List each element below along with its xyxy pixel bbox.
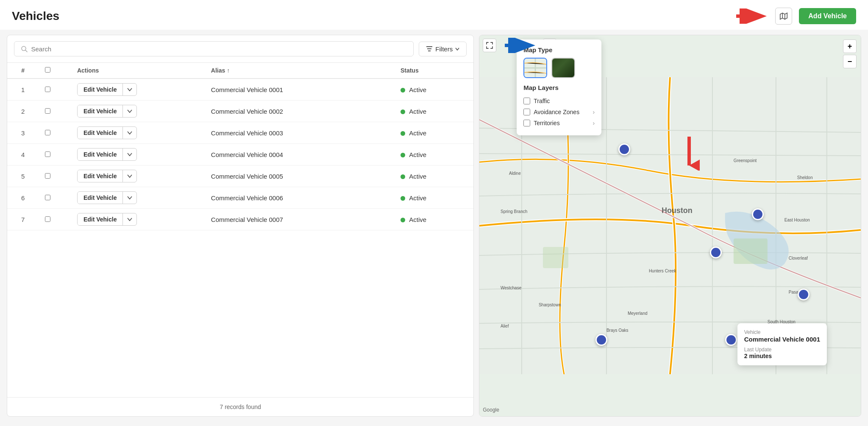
edit-vehicle-label[interactable]: Edit Vehicle [78, 127, 123, 139]
map-marker-5[interactable] [725, 334, 737, 346]
layer-avoidance-checkbox[interactable] [523, 109, 530, 115]
edit-vehicle-label[interactable]: Edit Vehicle [78, 84, 123, 95]
table-row: 2 Edit Vehicle Commercial Vehicle 0002 A… [7, 101, 473, 122]
vehicles-table: # Actions Alias ↑ Status 1 [7, 63, 473, 230]
status-label: Active [409, 216, 426, 223]
map-marker-2[interactable] [752, 208, 764, 220]
row-status: Active [395, 144, 473, 165]
vehicle-popup-name: Commercial Vehicle 0001 [744, 335, 820, 344]
avoidance-arrow: › [593, 109, 595, 115]
filters-button[interactable]: Filters [419, 42, 467, 56]
row-checkbox-2[interactable] [45, 130, 50, 135]
map-marker-4[interactable] [595, 334, 607, 346]
col-header-status: Status [395, 63, 473, 78]
blue-arrow-gear [503, 38, 537, 55]
edit-vehicle-label[interactable]: Edit Vehicle [78, 105, 123, 117]
edit-vehicle-button[interactable]: Edit Vehicle [77, 148, 137, 161]
table-row: 1 Edit Vehicle Commercial Vehicle 0001 A… [7, 78, 473, 101]
vehicle-popup: Vehicle Commercial Vehicle 0001 Last Upd… [737, 323, 827, 366]
status-dot [401, 131, 405, 136]
zoom-in-button[interactable]: + [843, 39, 857, 53]
chevron-down-icon [455, 48, 459, 50]
search-input[interactable] [31, 45, 408, 53]
layer-territories-checkbox[interactable] [523, 120, 530, 126]
row-checkbox-0[interactable] [45, 87, 50, 92]
vehicle-last-update-time: 2 minutes [744, 353, 820, 359]
table-row: 6 Edit Vehicle Commercial Vehicle 0006 A… [7, 187, 473, 209]
map-marker-3[interactable] [798, 289, 810, 300]
edit-vehicle-dropdown[interactable] [123, 129, 136, 137]
edit-vehicle-label[interactable]: Edit Vehicle [78, 213, 123, 225]
edit-vehicle-label[interactable]: Edit Vehicle [78, 192, 123, 204]
row-alias: Commercial Vehicle 0001 [205, 78, 395, 101]
road-map-preview [524, 59, 546, 77]
row-status: Active [395, 187, 473, 209]
map-fullscreen-button[interactable] [483, 39, 496, 52]
edit-vehicle-label[interactable]: Edit Vehicle [78, 170, 123, 182]
svg-text:Sheldon: Sheldon [797, 175, 813, 180]
table-row: 3 Edit Vehicle Commercial Vehicle 0003 A… [7, 122, 473, 144]
row-checkbox-5[interactable] [45, 195, 50, 200]
table-row: 7 Edit Vehicle Commercial Vehicle 0007 A… [7, 209, 473, 230]
map-marker-center[interactable] [710, 247, 722, 258]
map-type-road[interactable] [523, 58, 547, 78]
row-checkbox-4[interactable] [45, 173, 50, 179]
add-vehicle-button[interactable]: Add Vehicle [799, 8, 856, 24]
chevron-down-icon [127, 88, 132, 91]
svg-text:Hunters Creek: Hunters Creek [649, 269, 676, 273]
search-icon [20, 45, 28, 53]
edit-vehicle-button[interactable]: Edit Vehicle [77, 213, 137, 226]
row-checkbox-cell [39, 144, 71, 165]
filter-icon [426, 46, 433, 52]
map-marker-1[interactable] [618, 143, 630, 155]
edit-vehicle-button[interactable]: Edit Vehicle [77, 170, 137, 182]
page-title: Vehicles [12, 9, 59, 23]
edit-vehicle-dropdown[interactable] [123, 150, 136, 159]
status-dot [401, 218, 405, 222]
zoom-out-button[interactable]: − [843, 55, 857, 68]
chevron-down-icon [127, 109, 132, 113]
edit-vehicle-button[interactable]: Edit Vehicle [77, 126, 137, 139]
svg-text:Cloverleaf: Cloverleaf [789, 256, 808, 261]
row-checkbox-cell [39, 101, 71, 122]
edit-vehicle-dropdown[interactable] [123, 172, 136, 180]
edit-vehicle-button[interactable]: Edit Vehicle [77, 191, 137, 204]
svg-text:Greenspoint: Greenspoint [734, 158, 757, 163]
edit-vehicle-button[interactable]: Edit Vehicle [77, 83, 137, 96]
row-checkbox-cell [39, 187, 71, 209]
map-type-satellite[interactable] [551, 58, 575, 78]
svg-text:Spring Branch: Spring Branch [501, 209, 527, 214]
row-actions: Edit Vehicle [71, 122, 205, 144]
layer-avoidance[interactable]: Avoidance Zones › [523, 106, 595, 118]
edit-vehicle-dropdown[interactable] [123, 215, 136, 224]
map-panel: Houston Aldine Sheldon East Houston Gree… [479, 35, 861, 417]
svg-line-5 [25, 50, 27, 52]
layer-territories[interactable]: Territories › [523, 118, 595, 129]
main-content: Filters # Actions Alias [0, 30, 868, 422]
row-actions: Edit Vehicle [71, 187, 205, 209]
google-label: Google [483, 407, 499, 413]
row-alias: Commercial Vehicle 0006 [205, 187, 395, 209]
row-actions: Edit Vehicle [71, 78, 205, 101]
select-all-checkbox[interactable] [45, 67, 50, 73]
row-checkbox-6[interactable] [45, 216, 50, 222]
status-label: Active [409, 194, 426, 202]
edit-vehicle-button[interactable]: Edit Vehicle [77, 105, 137, 118]
col-header-check [39, 63, 71, 78]
map-toggle-button[interactable] [775, 8, 792, 25]
edit-vehicle-label[interactable]: Edit Vehicle [78, 149, 123, 160]
layer-traffic[interactable]: Traffic [523, 95, 595, 106]
chevron-down-icon [127, 131, 132, 135]
edit-vehicle-dropdown[interactable] [123, 85, 136, 94]
edit-vehicle-dropdown[interactable] [123, 107, 136, 115]
edit-vehicle-dropdown[interactable] [123, 193, 136, 202]
row-checkbox-3[interactable] [45, 151, 50, 157]
status-dot [401, 174, 405, 179]
row-num: 6 [7, 187, 39, 209]
svg-text:Meyerland: Meyerland [628, 311, 648, 316]
status-label: Active [409, 86, 426, 93]
svg-text:East Houston: East Houston [785, 218, 810, 222]
row-checkbox-1[interactable] [45, 108, 50, 114]
layer-traffic-checkbox[interactable] [523, 98, 530, 104]
row-checkbox-cell [39, 122, 71, 144]
